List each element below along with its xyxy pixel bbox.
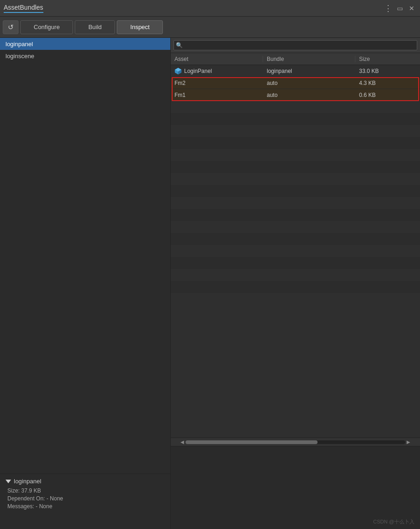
cell-bundle-2: auto xyxy=(263,92,355,98)
bundle-list: loginpanel loginscene xyxy=(0,38,170,474)
watermark: CSDN @十么卜入 xyxy=(373,518,414,525)
cell-size-0: 33.0 KB xyxy=(355,68,420,74)
restore-button[interactable]: ▭ xyxy=(395,4,404,13)
bundle-item-loginscene[interactable]: loginscene xyxy=(0,50,170,62)
tab-build[interactable]: Build xyxy=(75,20,115,34)
empty-row xyxy=(171,173,420,185)
cell-asset-0: LoginPanel xyxy=(171,67,263,75)
preview-pane xyxy=(171,446,420,529)
toolbar: ↺ Configure Build Inspect xyxy=(0,17,420,38)
cell-bundle-1: auto xyxy=(263,80,355,86)
empty-row xyxy=(171,209,420,221)
scroll-track[interactable] xyxy=(186,440,405,444)
cell-bundle-0: loginpanel xyxy=(263,68,355,74)
horizontal-scrollbar[interactable]: ◀ ▶ xyxy=(171,438,420,446)
col-header-asset: Asset xyxy=(171,56,263,62)
scroll-right-arrow[interactable]: ▶ xyxy=(405,439,412,445)
cube-icon xyxy=(174,67,182,75)
info-bundle-name: loginpanel xyxy=(14,478,41,485)
table-row[interactable]: Fm1 auto 0.6 KB xyxy=(171,89,420,101)
search-input[interactable] xyxy=(174,40,417,50)
table-header: Asset Bundle Size xyxy=(171,53,420,65)
cell-asset-2: Fm1 xyxy=(171,92,263,98)
col-header-size: Size xyxy=(355,56,420,62)
left-panel: loginpanel loginscene loginpanel Size: 3… xyxy=(0,38,171,529)
table-body: LoginPanel loginpanel 33.0 KB Fm2 auto 4… xyxy=(171,65,420,293)
close-button[interactable]: ✕ xyxy=(407,4,416,13)
info-dependent: Dependent On: - None xyxy=(6,495,165,502)
search-bar: 🔍 xyxy=(171,38,420,53)
empty-row xyxy=(171,113,420,125)
scroll-thumb[interactable] xyxy=(186,440,318,444)
empty-row xyxy=(171,245,420,257)
empty-row xyxy=(171,221,420,233)
asset-table: LoginPanel loginpanel 33.0 KB Fm2 auto 4… xyxy=(171,65,420,438)
cell-asset-1: Fm2 xyxy=(171,80,263,86)
empty-row xyxy=(171,125,420,137)
right-panel: 🔍 Asset Bundle Size xyxy=(171,38,420,529)
empty-row xyxy=(171,101,420,113)
tab-inspect[interactable]: Inspect xyxy=(117,20,163,34)
more-options-button[interactable]: ⋮ xyxy=(383,4,392,13)
info-panel: loginpanel Size: 37.9 KB Dependent On: -… xyxy=(0,474,170,529)
window-title: AssetBundles xyxy=(4,4,43,13)
bundle-item-loginpanel[interactable]: loginpanel xyxy=(0,38,170,50)
cell-size-2: 0.6 KB xyxy=(355,92,420,98)
empty-row xyxy=(171,161,420,173)
info-bundle-header: loginpanel xyxy=(6,478,165,485)
main-layout: loginpanel loginscene loginpanel Size: 3… xyxy=(0,38,420,529)
cell-size-1: 4.3 KB xyxy=(355,80,420,86)
empty-row xyxy=(171,149,420,161)
title-bar: AssetBundles ⋮ ▭ ✕ xyxy=(0,0,420,17)
scroll-left-arrow[interactable]: ◀ xyxy=(179,439,186,445)
empty-row xyxy=(171,185,420,197)
info-size: Size: 37.9 KB xyxy=(6,487,165,494)
info-messages: Messages: - None xyxy=(6,503,165,510)
triangle-icon xyxy=(6,480,11,483)
empty-row xyxy=(171,257,420,269)
empty-row xyxy=(171,281,420,293)
table-row[interactable]: LoginPanel loginpanel 33.0 KB xyxy=(171,65,420,77)
empty-row xyxy=(171,233,420,245)
tab-configure[interactable]: Configure xyxy=(20,20,73,34)
empty-row xyxy=(171,137,420,149)
empty-row xyxy=(171,269,420,281)
refresh-button[interactable]: ↺ xyxy=(3,20,18,34)
col-header-bundle: Bundle xyxy=(263,56,355,62)
table-row[interactable]: Fm2 auto 4.3 KB xyxy=(171,77,420,89)
empty-row xyxy=(171,197,420,209)
